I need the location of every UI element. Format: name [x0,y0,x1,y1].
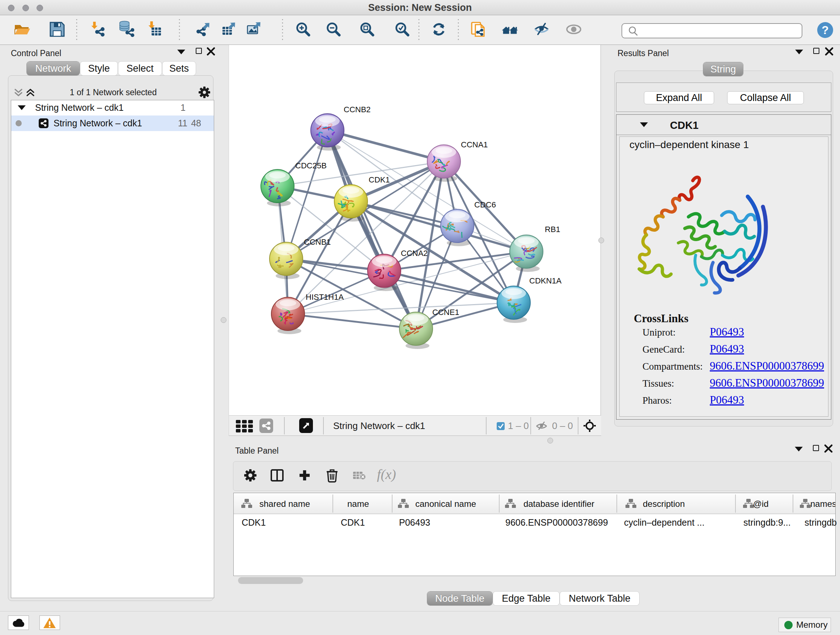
svg-text:String Network – cdk1: String Network – cdk1 [333,420,425,431]
svg-text:namespace: namespace [810,499,835,509]
svg-text:CCNB1: CCNB1 [304,238,331,247]
svg-text:description: description [643,499,685,509]
svg-text:0 – 0: 0 – 0 [552,420,573,431]
svg-text:@id: @id [753,499,768,509]
svg-text:CDK1: CDK1 [369,175,390,184]
svg-text:shared name: shared name [259,499,310,509]
svg-text:RB1: RB1 [545,225,561,234]
svg-text:?: ? [821,24,829,36]
svg-text:CCNA1: CCNA1 [461,140,488,149]
svg-text:HIST1H1A: HIST1H1A [306,293,344,302]
svg-text:canonical name: canonical name [415,499,476,509]
svg-text:CDC6: CDC6 [474,200,496,209]
svg-text:CCNB2: CCNB2 [344,105,371,114]
svg-text:CCNA2: CCNA2 [401,249,428,258]
svg-text:CCNE1: CCNE1 [432,308,459,317]
svg-text:name: name [347,499,369,509]
svg-text:CDKN1A: CDKN1A [529,276,562,285]
svg-text:1 – 0: 1 – 0 [508,420,529,431]
svg-text:CDC25B: CDC25B [295,161,327,170]
svg-text:database identifier: database identifier [523,499,594,509]
